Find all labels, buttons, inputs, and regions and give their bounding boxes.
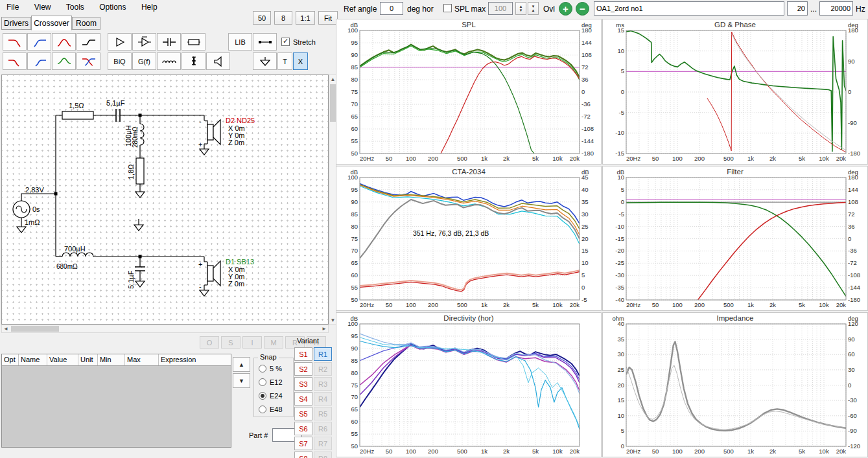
- zoom-actual-button[interactable]: 1:1: [296, 11, 315, 25]
- overlay-add-button[interactable]: +: [559, 2, 572, 16]
- hscroll-thumb[interactable]: [11, 326, 59, 332]
- variant-r7-button[interactable]: R7: [314, 437, 332, 450]
- bandpass-filter-button[interactable]: [52, 33, 76, 51]
- optimizer-o-button[interactable]: O: [200, 336, 219, 349]
- biquad-button[interactable]: BiQ: [108, 52, 132, 70]
- optimizer-s-button[interactable]: S: [221, 336, 240, 349]
- peak-filter-button[interactable]: [52, 52, 76, 70]
- tweeter-name[interactable]: D2 ND25: [226, 117, 255, 124]
- shelf-filter-button[interactable]: [76, 33, 100, 51]
- snap-option-e12[interactable]: E12: [259, 378, 283, 386]
- zoom-fit-button[interactable]: Fit: [318, 11, 338, 25]
- move-down-button[interactable]: ▼: [233, 373, 250, 388]
- spl-autoscale-button[interactable]: ▼▲: [528, 2, 539, 15]
- inductor-button[interactable]: [157, 52, 181, 70]
- menu-tools[interactable]: Tools: [60, 0, 91, 14]
- variant-s1-button[interactable]: S1: [294, 347, 312, 361]
- move-up-button[interactable]: ▲: [233, 357, 250, 372]
- wire-button[interactable]: [253, 33, 277, 51]
- overlay-name-input[interactable]: [594, 1, 784, 16]
- lowpass-filter-button[interactable]: [3, 33, 27, 51]
- transformer-button[interactable]: [182, 52, 205, 70]
- freq-min-input[interactable]: [787, 1, 808, 16]
- variant-s8-button[interactable]: S8: [294, 452, 312, 458]
- resistor-button[interactable]: [182, 33, 205, 51]
- tab-drivers[interactable]: Drivers: [1, 17, 31, 30]
- svg-text:Impedance: Impedance: [717, 314, 754, 322]
- spl-chart[interactable]: SPLdBdeg50556065707580859095100-180-144-…: [336, 19, 601, 164]
- resistor-r1[interactable]: [62, 111, 93, 119]
- snap-size-button[interactable]: 8: [274, 11, 292, 25]
- impedance-chart[interactable]: Impedanceohmdeg0510152025303540-120-90-6…: [603, 313, 867, 457]
- capacitor-button[interactable]: [157, 33, 181, 51]
- radio-5pct-icon[interactable]: [259, 365, 266, 372]
- cta2034-chart[interactable]: CTA-2034dBdB50556065707580859095100-5051…: [336, 166, 601, 310]
- optimizer-m-button[interactable]: M: [264, 336, 283, 349]
- opamp-button[interactable]: [132, 33, 156, 51]
- variant-s7-button[interactable]: S7: [294, 437, 312, 450]
- variant-r5-button[interactable]: R5: [314, 407, 332, 420]
- transfer-function-button[interactable]: G(f): [132, 52, 156, 70]
- menu-options[interactable]: Options: [93, 0, 132, 14]
- speaker-button[interactable]: [206, 52, 230, 70]
- menu-help[interactable]: Help: [135, 0, 164, 14]
- lowpass2-filter-button[interactable]: [3, 52, 27, 70]
- vscroll-thumb[interactable]: [330, 84, 336, 122]
- gd-phase-chart[interactable]: GD & Phasemsdeg-15-10-5051015-180-900901…: [603, 19, 867, 164]
- directivity-chart[interactable]: Directivity (hor)dB505560657075808590951…: [336, 313, 601, 457]
- ref-angle-input[interactable]: [380, 2, 403, 15]
- menu-view[interactable]: View: [28, 0, 58, 14]
- snap-option-5pct[interactable]: 5 %: [259, 365, 282, 372]
- variant-s4-button[interactable]: S4: [294, 392, 312, 406]
- woofer-magnet[interactable]: [207, 266, 213, 281]
- variant-r8-button[interactable]: R8: [314, 452, 332, 458]
- woofer-name[interactable]: D1 SB13: [226, 258, 254, 266]
- svg-text:1k: 1k: [747, 155, 754, 162]
- variant-r3-button[interactable]: R3: [314, 377, 332, 391]
- library-button[interactable]: LIB: [228, 33, 252, 51]
- highpass-filter-button[interactable]: [27, 33, 51, 51]
- radio-e12-icon[interactable]: [259, 378, 266, 386]
- woofer-cone[interactable]: [213, 261, 220, 286]
- spl-max-checkbox[interactable]: [443, 4, 452, 12]
- canvas-hscrollbar[interactable]: ◄ ►: [1, 325, 329, 333]
- variant-r4-button[interactable]: R4: [314, 392, 332, 406]
- tab-crossover[interactable]: Crossover: [31, 16, 72, 30]
- optimizer-i-button[interactable]: I: [242, 336, 262, 349]
- stretch-checkbox[interactable]: [281, 38, 290, 46]
- text-tool-button[interactable]: T: [277, 52, 292, 70]
- snap-group: Snap 5 % E12 E24 E48: [253, 358, 294, 417]
- spl-scale-spinner[interactable]: ▲▼: [515, 2, 526, 15]
- tab-room[interactable]: Room: [72, 17, 100, 30]
- variant-r1-button[interactable]: R1: [314, 347, 332, 361]
- overlay-remove-button[interactable]: −: [576, 2, 589, 16]
- radio-e48-icon[interactable]: [259, 406, 266, 413]
- crossover-filter-button[interactable]: [76, 52, 100, 70]
- radio-e24-icon[interactable]: [259, 392, 266, 400]
- menu-file[interactable]: File: [0, 0, 25, 14]
- snap-option-e24[interactable]: E24: [259, 392, 283, 400]
- schematic-canvas[interactable]: 1,5Ω 5,1µF 100µH 280mΩ 1,8Ω 2,83V 0s 1mΩ…: [1, 74, 329, 325]
- svg-text:-60: -60: [848, 412, 857, 419]
- resistor-r2[interactable]: [136, 158, 144, 184]
- svg-text:5k: 5k: [799, 448, 805, 455]
- delete-tool-button[interactable]: X: [293, 52, 308, 70]
- buffer-button[interactable]: [108, 33, 132, 51]
- highpass2-filter-button[interactable]: [27, 52, 51, 70]
- variant-s6-button[interactable]: S6: [294, 422, 312, 435]
- variant-r2-button[interactable]: R2: [314, 362, 332, 376]
- tweeter-magnet[interactable]: [207, 124, 213, 140]
- scroll-left-icon[interactable]: ◄: [2, 325, 10, 332]
- snap-option-e48[interactable]: E48: [259, 406, 283, 413]
- scroll-right-icon[interactable]: ►: [320, 325, 328, 332]
- svg-text:2k: 2k: [769, 155, 776, 162]
- grid-size-button[interactable]: 50: [253, 11, 271, 25]
- freq-max-input[interactable]: [819, 1, 853, 16]
- variant-s5-button[interactable]: S5: [294, 407, 312, 420]
- variant-r6-button[interactable]: R6: [314, 422, 332, 435]
- ground-button[interactable]: [253, 52, 277, 70]
- variant-s3-button[interactable]: S3: [294, 377, 312, 391]
- filter-chart[interactable]: FilterdBdeg-40-35-30-25-20-15-10-50510-1…: [603, 166, 867, 310]
- variant-s2-button[interactable]: S2: [294, 362, 312, 376]
- tweeter-cone[interactable]: [213, 120, 220, 144]
